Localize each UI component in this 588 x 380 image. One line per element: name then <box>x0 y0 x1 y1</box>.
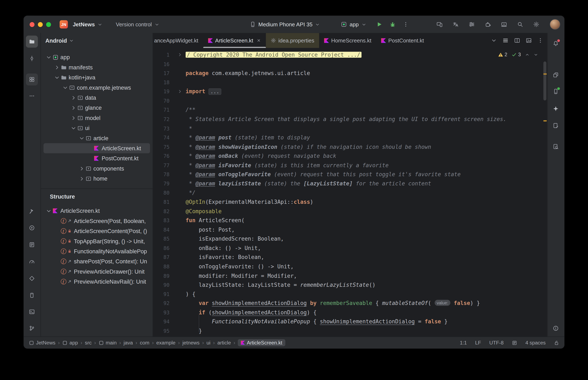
tree-row-ui[interactable]: ui <box>43 123 150 133</box>
editor-tab[interactable]: HomeScreens.kt <box>319 33 376 48</box>
tree-row-data[interactable]: data <box>43 93 150 103</box>
commit-icon[interactable] <box>26 53 38 64</box>
app-inspection-icon[interactable] <box>550 140 562 152</box>
tree-row-article[interactable]: article <box>43 133 150 143</box>
devices-icon[interactable] <box>550 69 562 81</box>
tree-row-com-example-jetnews[interactable]: com.example.jetnews <box>43 82 150 92</box>
insights-icon[interactable] <box>26 272 38 284</box>
plugins-icon[interactable] <box>485 21 491 27</box>
resource-manager-icon[interactable] <box>26 73 38 85</box>
avatar[interactable] <box>550 19 560 29</box>
breadcrumb-item[interactable]: ArticleScreen.kt <box>238 339 285 346</box>
settings-icon[interactable] <box>533 21 539 27</box>
vcs-widget[interactable]: Version control <box>113 20 162 29</box>
tree-row-kotlin-java[interactable]: kotlin+java <box>43 72 150 82</box>
lock-icon[interactable] <box>554 340 559 345</box>
inspections-widget[interactable]: 2 3 <box>496 51 540 58</box>
running-devices-icon[interactable] <box>550 85 562 97</box>
breadcrumb-item[interactable]: main <box>99 340 117 345</box>
structure-row[interactable]: ArticleScreen.kt <box>43 206 150 216</box>
chevron-down-icon[interactable] <box>46 54 52 60</box>
gemini-icon[interactable] <box>550 103 562 114</box>
fold-chevron-icon[interactable] <box>178 53 182 57</box>
git-icon[interactable] <box>26 322 38 334</box>
run-button[interactable] <box>376 21 382 28</box>
project-widget[interactable]: JetNews <box>70 20 105 29</box>
breadcrumb-item[interactable]: src <box>85 340 92 345</box>
chevron-down-icon[interactable] <box>54 75 60 80</box>
remote-dev-icon[interactable] <box>501 21 507 27</box>
device-selector[interactable]: Medium Phone API 35 <box>247 20 323 29</box>
editor-tab[interactable]: idea.properties <box>266 33 319 48</box>
logcat-icon[interactable] <box>26 239 38 251</box>
open-files-icon[interactable] <box>502 38 508 43</box>
chevron-down-icon[interactable] <box>79 135 85 141</box>
structure-row[interactable]: fArticleScreenContent(Post, () <box>43 226 150 236</box>
structure-row[interactable]: fsharePost(Post, Context): Un <box>43 256 150 266</box>
problems-icon[interactable] <box>550 322 562 334</box>
zoom-window-button[interactable] <box>46 22 51 27</box>
line-ending[interactable]: LF <box>475 340 481 345</box>
encoding[interactable]: UTF-8 <box>489 340 504 345</box>
tree-row-model[interactable]: model <box>43 113 150 123</box>
tree-row-home[interactable]: home <box>43 173 150 184</box>
chevron-right-icon[interactable] <box>71 115 77 121</box>
breadcrumb-item[interactable]: app <box>62 340 78 345</box>
search-icon[interactable] <box>517 21 523 27</box>
filters-icon[interactable] <box>469 21 475 27</box>
tree-row-postcontent-kt[interactable]: PostContent.kt <box>43 153 150 163</box>
close-window-button[interactable] <box>30 22 35 27</box>
warnings-count[interactable]: 2 <box>498 52 507 57</box>
editor[interactable]: 1/ Copyright 2020 The Android Open Sourc… <box>153 48 547 337</box>
structure-row[interactable]: fPreviewArticleNavRail(): Unit <box>43 277 150 286</box>
profiler-icon[interactable] <box>26 256 38 267</box>
editor-menu-icon[interactable] <box>537 38 544 43</box>
structure-row[interactable]: fFunctionalityNotAvailablePop <box>43 246 150 256</box>
terminal-icon[interactable] <box>26 306 38 318</box>
breadcrumb-item[interactable]: jetnews <box>182 340 200 345</box>
chevron-down-icon[interactable] <box>62 84 68 91</box>
chevron-down-icon[interactable] <box>71 125 77 131</box>
debug-button[interactable] <box>389 21 396 28</box>
chevron-right-icon[interactable] <box>79 166 85 171</box>
device-manager-icon[interactable] <box>437 21 443 27</box>
tree-row-manifests[interactable]: manifests <box>43 62 150 72</box>
chevron-right-icon[interactable] <box>71 105 77 111</box>
chevron-right-icon[interactable] <box>79 176 85 182</box>
reader-mode-icon[interactable] <box>512 340 517 345</box>
notifications-icon[interactable] <box>550 38 562 49</box>
breadcrumb-item[interactable]: article <box>217 340 231 345</box>
live-edit-icon[interactable] <box>550 120 562 132</box>
indent-setting[interactable]: 4 spaces <box>526 340 546 345</box>
split-editor-icon[interactable] <box>514 38 520 43</box>
build-icon[interactable] <box>26 206 38 217</box>
passed-count[interactable]: 3 <box>511 52 521 57</box>
minimize-window-button[interactable] <box>38 22 43 27</box>
translate-icon[interactable] <box>453 21 459 27</box>
more-actions-icon[interactable] <box>403 21 409 27</box>
breadcrumb-item[interactable]: java <box>124 340 133 345</box>
editor-tab[interactable]: ArticleScreen.kt <box>203 33 266 48</box>
chevron-right-icon[interactable] <box>71 95 77 101</box>
warning-stripe-mark[interactable] <box>544 120 547 121</box>
editor-scrollbar[interactable] <box>544 61 546 100</box>
editor-tab[interactable]: anceAppWidget.kt <box>153 33 203 48</box>
emulator-icon[interactable] <box>26 289 38 301</box>
breadcrumb-item[interactable]: example <box>156 340 175 345</box>
editor-tab[interactable]: PostContent.kt <box>376 33 429 48</box>
structure-row[interactable]: fTopAppBar(String, () -> Unit, <box>43 236 150 246</box>
hidden-tabs-icon[interactable] <box>491 38 497 43</box>
tree-row-components[interactable]: components <box>43 163 150 173</box>
structure-row[interactable]: fArticleScreen(Post, Boolean, <box>43 216 150 226</box>
breadcrumb-item[interactable]: ui <box>206 340 210 345</box>
fold-chevron-icon[interactable] <box>178 89 182 94</box>
more-icon[interactable] <box>26 90 38 102</box>
chevron-down-icon[interactable] <box>46 208 52 214</box>
warning-stripe-mark[interactable] <box>544 73 547 75</box>
structure-row[interactable]: fPreviewArticleDrawer(): Unit <box>43 266 150 277</box>
breadcrumb-item[interactable]: JetNews <box>29 340 56 345</box>
run-configuration[interactable]: app <box>338 20 369 29</box>
tree-row-glance[interactable]: glance <box>43 103 150 113</box>
project-view-mode-selector[interactable]: Android <box>41 33 153 48</box>
prev-problem-icon[interactable] <box>525 52 530 57</box>
